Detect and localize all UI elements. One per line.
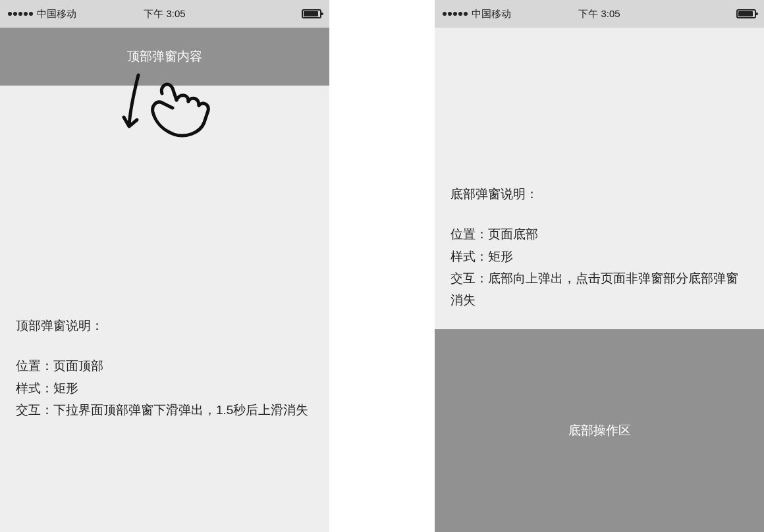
- statusbar-left: 中国移动: [443, 8, 511, 20]
- bottom-action-area-text: 底部操作区: [568, 422, 631, 439]
- desc-title: 底部弹窗说明：: [450, 183, 748, 205]
- desc-style: 样式：矩形: [16, 377, 314, 399]
- desc-interaction: 交互：底部向上弹出，点击页面非弹窗部分底部弹窗消失: [450, 267, 748, 311]
- status-bar: 中国移动 下午 3:05: [435, 0, 764, 28]
- statusbar-right: [302, 9, 321, 18]
- top-popup-banner[interactable]: 顶部弹窗内容: [0, 28, 329, 86]
- statusbar-left: 中国移动: [8, 8, 76, 20]
- top-popup-description: 顶部弹窗说明： 位置：页面顶部 样式：矩形 交互：下拉界面顶部弹窗下滑弹出，1.…: [16, 315, 314, 421]
- signal-dots-icon: [8, 12, 33, 16]
- desc-style: 样式：矩形: [450, 246, 748, 267]
- bottom-action-area[interactable]: 底部操作区: [435, 329, 764, 532]
- desc-interaction: 交互：下拉界面顶部弹窗下滑弹出，1.5秒后上滑消失: [16, 399, 314, 421]
- desc-title: 顶部弹窗说明：: [16, 315, 314, 336]
- battery-icon: [736, 9, 756, 18]
- carrier-label: 中国移动: [472, 8, 511, 20]
- statusbar-right: [736, 9, 756, 18]
- carrier-label: 中国移动: [37, 8, 76, 20]
- status-bar: 中国移动 下午 3:05: [0, 0, 329, 28]
- top-popup-banner-text: 顶部弹窗内容: [127, 48, 202, 65]
- signal-dots-icon: [443, 12, 468, 16]
- canvas: 中国移动 下午 3:05 顶部弹窗内容: [0, 0, 764, 532]
- phone-mock-bottom-popup: 中国移动 下午 3:05 底部弹窗说明： 位置：页面底部 样式：矩形 交互：底部…: [435, 0, 764, 532]
- bottom-popup-description: 底部弹窗说明： 位置：页面底部 样式：矩形 交互：底部向上弹出，点击页面非弹窗部…: [450, 183, 748, 311]
- desc-position: 位置：页面顶部: [16, 355, 314, 377]
- desc-position: 位置：页面底部: [450, 223, 748, 245]
- phone-mock-top-popup: 中国移动 下午 3:05 顶部弹窗内容: [0, 0, 329, 532]
- battery-icon: [302, 9, 321, 18]
